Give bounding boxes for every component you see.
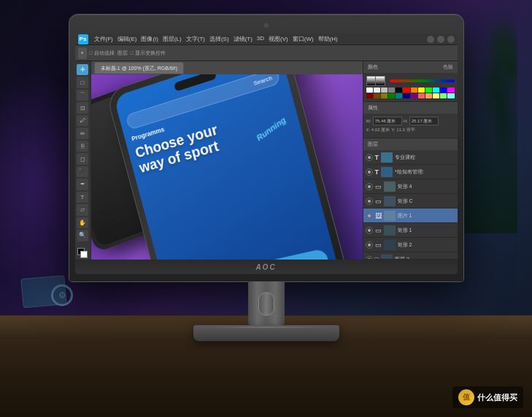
eyedropper-tool-icon[interactable]: 🖊 — [77, 115, 88, 126]
swatch-navy[interactable] — [403, 93, 409, 98]
menu-3d[interactable]: 3D — [257, 35, 264, 43]
menu-window[interactable]: 窗口(W) — [293, 35, 314, 43]
menu-filter[interactable]: 滤镜(T) — [234, 35, 252, 43]
layer-item-0[interactable]: T 专业课程 — [363, 150, 458, 165]
swatch-darkgreen[interactable] — [388, 93, 395, 98]
zoom-tool-icon[interactable]: 🔍 — [77, 230, 88, 241]
swatch-ltred[interactable] — [418, 93, 425, 98]
swatches-grid — [366, 87, 455, 98]
layer-name-5: 矩形 1 — [398, 227, 412, 234]
minimize-btn[interactable] — [427, 36, 434, 43]
swatch-ltcyan[interactable] — [447, 93, 454, 98]
pen-tool-icon[interactable]: ✒ — [77, 179, 88, 190]
swatch-black[interactable] — [396, 87, 402, 93]
clone-tool-icon[interactable]: ⎘ — [77, 141, 88, 152]
shape-tool-icon[interactable]: ▱ — [77, 204, 88, 215]
phone-running-label: Running — [255, 115, 288, 142]
layer-option: 图层 — [117, 50, 128, 57]
swatch-dkgray[interactable] — [388, 87, 395, 93]
auto-select-label: □ 自动选择 — [90, 50, 115, 57]
properties-panel-header[interactable]: 属性 — [363, 102, 458, 114]
layer-item-6[interactable]: ▭ 矩形 2 — [363, 238, 458, 252]
swatch-white[interactable] — [366, 87, 373, 93]
layer-name-3: 矩形 C — [398, 198, 413, 205]
swatch-teal[interactable] — [396, 93, 402, 98]
swatch-orange[interactable] — [411, 87, 417, 93]
lasso-tool-icon[interactable]: ⌒ — [77, 90, 88, 101]
swatch-magenta[interactable] — [447, 87, 454, 93]
move-tool[interactable]: + — [78, 47, 87, 59]
layer-eye-6[interactable] — [366, 241, 373, 249]
phone-cta-button[interactable]: Intensive run programm — [170, 248, 330, 260]
fill-tool-icon[interactable]: ⬛ — [77, 166, 88, 177]
layer-eye-7[interactable] — [366, 256, 373, 260]
layers-panel: 图层 T 专业课程 — [363, 139, 458, 260]
swatch-purple[interactable] — [411, 93, 417, 98]
swatch-blue[interactable] — [440, 87, 447, 93]
layer-item-3[interactable]: ▭ 矩形 C — [363, 194, 458, 208]
width-row: W: H: — [366, 117, 455, 125]
layer-item-2[interactable]: ▭ 矩形 4 — [363, 179, 458, 194]
swatch-yellow[interactable] — [418, 87, 425, 93]
eraser-tool-icon[interactable]: ◻ — [77, 153, 88, 164]
swatch-brown[interactable] — [374, 93, 380, 98]
phone-headline: Choose your way of sport — [134, 121, 223, 175]
aoc-brand-logo: AOC — [255, 263, 276, 271]
foreground-color-swatch[interactable] — [77, 248, 88, 258]
layer-eye-2[interactable] — [366, 183, 373, 190]
close-btn[interactable] — [447, 36, 455, 43]
layer-eye-3[interactable] — [366, 198, 373, 205]
layer-item-4[interactable]: 🖼 图片 1 — [363, 208, 458, 223]
swatch-red[interactable] — [403, 87, 409, 93]
phone-screen: Search Programms Choose your way of spor… — [113, 74, 341, 260]
swatch-ltorange[interactable] — [425, 93, 432, 98]
color-panel: 颜色 色板 — [363, 61, 458, 102]
menu-help[interactable]: 帮助(H) — [318, 35, 338, 43]
hand-tool-icon[interactable]: ✋ — [77, 217, 88, 228]
menu-edit[interactable]: 编辑(E) — [117, 35, 137, 43]
menu-select[interactable]: 选择(S) — [209, 35, 229, 43]
text-tool-icon[interactable]: T — [77, 192, 88, 203]
layer-thumb-6 — [384, 240, 396, 250]
move-tool-icon[interactable]: ✛ — [77, 64, 88, 75]
crop-tool-icon[interactable]: ⊡ — [77, 102, 88, 113]
menu-text[interactable]: 文字(T) — [186, 35, 205, 43]
ps-document-tab[interactable]: 未标题-1 @ 100% (置乙, RGB/8#) — [94, 62, 185, 74]
properties-title: 属性 — [368, 104, 378, 112]
menu-image[interactable]: 图像(I) — [141, 35, 158, 43]
menu-file[interactable]: 文件(F) — [94, 35, 113, 43]
select-tool-icon[interactable]: □ — [77, 77, 88, 87]
properties-panel: 属性 W: H: — [363, 102, 458, 139]
brush-tool-icon[interactable]: ✏ — [77, 128, 88, 139]
layer-eye-0[interactable] — [366, 154, 373, 161]
swatch-ltgreen[interactable] — [440, 93, 447, 98]
layer-item-7[interactable]: □ 图层 2 — [363, 252, 458, 259]
color-panel-content — [363, 73, 458, 101]
swatch-gray[interactable] — [381, 87, 388, 93]
layers-panel-header[interactable]: 图层 — [363, 139, 458, 150]
layer-item-5[interactable]: ▭ 矩形 1 — [363, 223, 458, 238]
color-panel-header[interactable]: 颜色 色板 — [363, 61, 458, 73]
menu-layer[interactable]: 图层(L) — [163, 35, 182, 43]
menu-view[interactable]: 视图(V) — [269, 35, 288, 43]
swatch-olive[interactable] — [381, 93, 388, 98]
width-input[interactable] — [373, 117, 402, 125]
layer-item-1[interactable]: T *给知有管理: — [363, 165, 458, 179]
layer-eye-5[interactable] — [366, 227, 373, 234]
layer-thumb-7 — [381, 254, 393, 260]
layer-eye-1[interactable] — [366, 168, 373, 176]
swatch-ltyellow[interactable] — [433, 93, 439, 98]
layer-eye-4[interactable] — [366, 212, 373, 219]
swatch-cyan[interactable] — [433, 87, 439, 93]
layer-type-shape5: ▭ — [375, 227, 382, 234]
bg-color-preview[interactable] — [375, 76, 385, 86]
swatch-darkred[interactable] — [366, 93, 373, 98]
layer-name-0: 专业课程 — [395, 154, 415, 161]
layer-thumb-2 — [384, 182, 396, 192]
color-slider[interactable] — [390, 79, 455, 82]
swatch-ltgray[interactable] — [374, 87, 380, 93]
height-input[interactable] — [409, 117, 439, 125]
swatch-green[interactable] — [425, 87, 432, 93]
monitor-camera — [264, 23, 269, 28]
maximize-btn[interactable] — [437, 36, 444, 43]
